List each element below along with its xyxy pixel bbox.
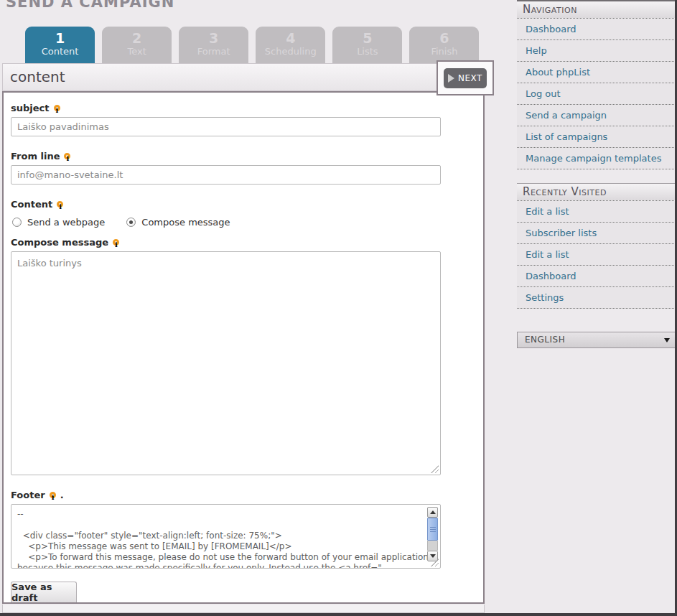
tab-text[interactable]: 2 Text bbox=[102, 27, 172, 63]
arrow-down-icon bbox=[430, 554, 436, 558]
footer-scrollbar[interactable] bbox=[427, 507, 438, 561]
subject-label-row: subject i bbox=[11, 101, 476, 115]
from-line-label: From line bbox=[11, 151, 60, 162]
compose-message-label[interactable]: Compose message bbox=[141, 217, 230, 228]
panel-title: content bbox=[2, 63, 485, 91]
next-button-label: NEXT bbox=[458, 73, 482, 83]
tab-number: 1 bbox=[25, 30, 95, 46]
tab-label: Finish bbox=[409, 46, 479, 57]
language-selected-value: ENGLISH bbox=[525, 335, 565, 345]
from-line-label-row: From line i bbox=[11, 149, 476, 163]
footer-text-line: -- bbox=[17, 509, 421, 520]
subject-label: subject bbox=[11, 103, 50, 113]
info-icon[interactable]: i bbox=[113, 239, 119, 246]
sidebar-item-manage-campaign-templates[interactable]: Manage campaign templates bbox=[517, 148, 676, 169]
footer-text-line: because this message was made specifical… bbox=[17, 563, 421, 569]
tab-lists[interactable]: 5 Lists bbox=[332, 27, 402, 63]
content-label: Content bbox=[11, 199, 52, 210]
recent-item-subscriber-lists[interactable]: Subscriber lists bbox=[517, 223, 676, 244]
arrow-up-icon bbox=[430, 510, 436, 514]
content-type-options: Send a webpage Compose message bbox=[12, 215, 476, 228]
footer-label-suffix: . bbox=[60, 490, 64, 500]
sidebar-item-log-out[interactable]: Log out bbox=[517, 83, 676, 105]
compose-message-textarea[interactable]: Laiško turinys bbox=[11, 251, 441, 475]
compose-label-row: Compose message i bbox=[11, 235, 476, 249]
language-select[interactable]: ENGLISH bbox=[517, 332, 676, 348]
info-icon[interactable]: i bbox=[64, 153, 70, 159]
tab-label: Content bbox=[25, 46, 95, 57]
compose-message-radio[interactable] bbox=[126, 218, 136, 227]
sidebar-item-about-phplist[interactable]: About phpList bbox=[517, 62, 676, 83]
footer-text-line: <div class="footer" style="text-align:le… bbox=[17, 531, 421, 541]
footer-label-row: Footer i . bbox=[11, 488, 476, 502]
content-label-row: Content i bbox=[11, 197, 476, 211]
page-bottom-border bbox=[0, 613, 677, 616]
scrollbar-track[interactable] bbox=[427, 541, 438, 551]
navigation-header: Navigation bbox=[517, 1, 676, 19]
subject-input[interactable] bbox=[11, 117, 441, 136]
sidebar-item-list-of-campaigns[interactable]: List of campaigns bbox=[517, 126, 676, 148]
recently-visited-header: Recently Visited bbox=[517, 184, 676, 201]
recent-item-edit-a-list-2[interactable]: Edit a list bbox=[517, 244, 676, 266]
tab-number: 3 bbox=[179, 30, 248, 46]
info-icon[interactable]: i bbox=[54, 105, 60, 111]
send-webpage-radio[interactable] bbox=[12, 218, 22, 227]
tab-label: Lists bbox=[332, 46, 402, 57]
tab-label: Scheduling bbox=[256, 46, 325, 57]
info-icon[interactable]: i bbox=[50, 492, 56, 498]
tab-number: 5 bbox=[332, 30, 402, 46]
play-icon bbox=[448, 74, 454, 83]
tab-number: 2 bbox=[102, 30, 172, 46]
navigation-box: Navigation Dashboard Help About phpList … bbox=[517, 0, 676, 169]
panel-footer-strip bbox=[2, 605, 485, 613]
scroll-up-button[interactable] bbox=[427, 507, 438, 518]
recently-visited-box: Recently Visited Edit a list Subscriber … bbox=[517, 183, 676, 309]
resize-handle[interactable] bbox=[431, 465, 439, 473]
tab-format[interactable]: 3 Format bbox=[179, 27, 248, 63]
footer-text-line: <p>To forward this message, please do no… bbox=[17, 552, 421, 563]
from-line-input[interactable] bbox=[11, 165, 441, 185]
save-as-draft-button[interactable]: Save as draft bbox=[11, 582, 77, 602]
footer-text-line bbox=[17, 520, 421, 531]
chevron-down-icon bbox=[664, 338, 670, 342]
sidebar-item-help[interactable]: Help bbox=[517, 40, 676, 62]
scroll-down-button[interactable] bbox=[427, 551, 438, 561]
tab-label: Format bbox=[179, 46, 248, 57]
scrollbar-thumb[interactable] bbox=[427, 518, 438, 541]
wizard-tabs: 1 Content 2 Text 3 Format 4 Scheduling 5… bbox=[25, 27, 482, 63]
info-icon[interactable]: i bbox=[57, 201, 63, 207]
footer-text-line: <p>This message was sent to [EMAIL] by [… bbox=[17, 541, 421, 552]
tab-number: 4 bbox=[256, 30, 325, 46]
tab-content[interactable]: 1 Content bbox=[25, 27, 95, 63]
sidebar: Navigation Dashboard Help About phpList … bbox=[517, 0, 676, 348]
page-title: SEND A CAMPAIGN bbox=[6, 0, 174, 11]
tab-label: Text bbox=[102, 46, 172, 57]
recent-item-edit-a-list[interactable]: Edit a list bbox=[517, 201, 676, 223]
footer-label: Footer bbox=[11, 490, 45, 500]
next-button-frame: NEXT bbox=[436, 60, 494, 95]
recent-item-dashboard[interactable]: Dashboard bbox=[517, 266, 676, 287]
sidebar-item-send-a-campaign[interactable]: Send a campaign bbox=[517, 105, 676, 126]
sidebar-item-dashboard[interactable]: Dashboard bbox=[517, 19, 676, 40]
compose-message-value: Laiško turinys bbox=[17, 258, 82, 269]
tab-number: 6 bbox=[409, 30, 479, 46]
tab-finish[interactable]: 6 Finish bbox=[409, 27, 479, 63]
compose-label: Compose message bbox=[11, 237, 108, 248]
footer-textarea[interactable]: -- <div class="footer" style="text-align… bbox=[11, 504, 441, 569]
recent-item-settings[interactable]: Settings bbox=[517, 287, 676, 309]
next-button[interactable]: NEXT bbox=[444, 68, 487, 88]
tab-scheduling[interactable]: 4 Scheduling bbox=[256, 27, 325, 63]
campaign-content-panel: subject i From line i Content i Send a w… bbox=[2, 91, 485, 604]
send-webpage-label[interactable]: Send a webpage bbox=[27, 217, 105, 228]
